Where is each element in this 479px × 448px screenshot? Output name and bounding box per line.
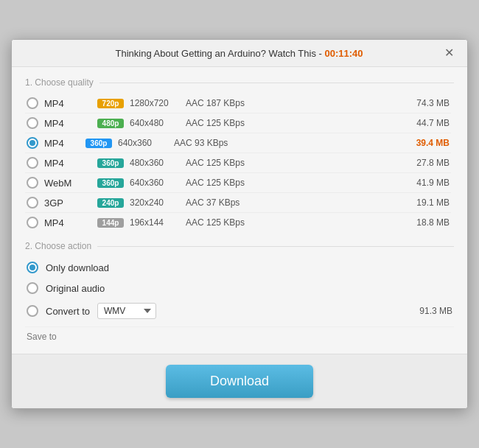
resolution-text: 640x360 xyxy=(130,178,180,188)
action-label: Convert to xyxy=(46,306,90,317)
size-text: 44.7 MB xyxy=(405,118,450,128)
quality-row[interactable]: MP4144p196x144AAC 125 KBps18.8 MB xyxy=(25,213,451,232)
quality-radio-3[interactable] xyxy=(27,137,38,149)
size-text: 41.9 MB xyxy=(405,178,450,188)
format-name: WebM xyxy=(44,178,74,189)
resolution-text: 320x240 xyxy=(130,197,180,208)
quality-radio-2[interactable] xyxy=(27,117,38,129)
action-row[interactable]: Only download xyxy=(25,257,454,278)
audio-text: AAC 125 KBps xyxy=(186,158,399,168)
action-radio-2[interactable] xyxy=(27,282,38,294)
quality-radio-1[interactable] xyxy=(27,97,38,109)
quality-section-label: 1. Choose quality xyxy=(25,77,454,88)
quality-badge: 360p xyxy=(97,158,124,168)
quality-radio-5[interactable] xyxy=(27,177,38,189)
quality-row[interactable]: 3GP240p320x240AAC 37 KBps19.1 MB xyxy=(25,193,451,213)
action-label: Only download xyxy=(46,262,109,273)
save-to-label: Save to xyxy=(27,332,57,342)
quality-badge: 360p xyxy=(97,178,124,188)
action-row[interactable]: Convert toWMVMP4AVIMOVMKVMP3AAC91.3 MB xyxy=(25,298,454,323)
size-text: 18.8 MB xyxy=(405,217,450,228)
footer: Download xyxy=(12,354,467,408)
download-button[interactable]: Download xyxy=(166,365,313,398)
quality-row[interactable]: WebM360p640x360AAC 125 KBps41.9 MB xyxy=(25,173,451,193)
quality-badge: 480p xyxy=(97,119,124,128)
title-prefix: Thinking About Getting an Arduino? Watch… xyxy=(115,48,324,59)
download-dialog: Thinking About Getting an Arduino? Watch… xyxy=(11,39,468,409)
quality-badge: 144p xyxy=(97,218,124,228)
resolution-text: 480x360 xyxy=(130,158,180,168)
quality-row[interactable]: MP4720p1280x720AAC 187 KBps74.3 MB xyxy=(25,94,451,113)
quality-badge: 240p xyxy=(97,198,124,208)
title-bar: Thinking About Getting an Arduino? Watch… xyxy=(12,40,467,67)
audio-text: AAC 125 KBps xyxy=(186,217,399,228)
convert-format-select[interactable]: WMVMP4AVIMOVMKVMP3AAC xyxy=(97,303,156,319)
resolution-text: 196x144 xyxy=(130,217,180,228)
action-radio-3[interactable] xyxy=(27,305,38,317)
quality-badge: 720p xyxy=(97,99,124,108)
dialog-title: Thinking About Getting an Arduino? Watch… xyxy=(37,48,441,59)
audio-text: AAC 37 KBps xyxy=(186,197,399,208)
quality-row[interactable]: MP4360p640x360AAC 93 KBps39.4 MB xyxy=(25,133,451,153)
quality-badge: 360p xyxy=(85,139,112,148)
format-name: MP4 xyxy=(44,98,74,109)
quality-radio-6[interactable] xyxy=(27,197,38,209)
save-section: Save to xyxy=(25,326,454,346)
action-row[interactable]: Original audio xyxy=(25,278,454,298)
audio-text: AAC 125 KBps xyxy=(186,118,399,128)
size-text: 74.3 MB xyxy=(405,98,450,108)
quality-radio-4[interactable] xyxy=(27,157,38,169)
resolution-text: 640x360 xyxy=(118,138,168,148)
dialog-content: 1. Choose quality MP4720p1280x720AAC 187… xyxy=(12,67,467,354)
title-time: 00:11:40 xyxy=(324,48,363,59)
format-name: 3GP xyxy=(44,197,74,209)
action-section: 2. Choose action Only downloadOriginal a… xyxy=(25,241,454,323)
resolution-text: 640x480 xyxy=(130,118,180,128)
resolution-text: 1280x720 xyxy=(130,98,180,108)
size-text: 19.1 MB xyxy=(405,197,450,208)
format-name: MP4 xyxy=(44,217,74,228)
action-label: Original audio xyxy=(46,283,105,294)
quality-row[interactable]: MP4480p640x480AAC 125 KBps44.7 MB xyxy=(25,113,451,133)
audio-text: AAC 187 KBps xyxy=(186,98,399,108)
quality-list[interactable]: MP4720p1280x720AAC 187 KBps74.3 MBMP4480… xyxy=(25,94,454,232)
format-name: MP4 xyxy=(44,118,74,129)
audio-text: AAC 125 KBps xyxy=(186,178,399,188)
action-radio-1[interactable] xyxy=(27,262,38,273)
size-text: 27.8 MB xyxy=(405,158,450,168)
quality-row[interactable]: MP4360p480x360AAC 125 KBps27.8 MB xyxy=(25,153,451,173)
action-section-label: 2. Choose action xyxy=(25,241,454,251)
format-name: MP4 xyxy=(44,138,74,149)
size-text: 39.4 MB xyxy=(405,138,450,148)
audio-text: AAC 93 KBps xyxy=(174,138,399,148)
convert-size-text: 91.3 MB xyxy=(408,306,452,316)
close-button[interactable]: ✕ xyxy=(441,47,457,59)
quality-radio-7[interactable] xyxy=(27,217,38,228)
format-name: MP4 xyxy=(44,158,74,169)
